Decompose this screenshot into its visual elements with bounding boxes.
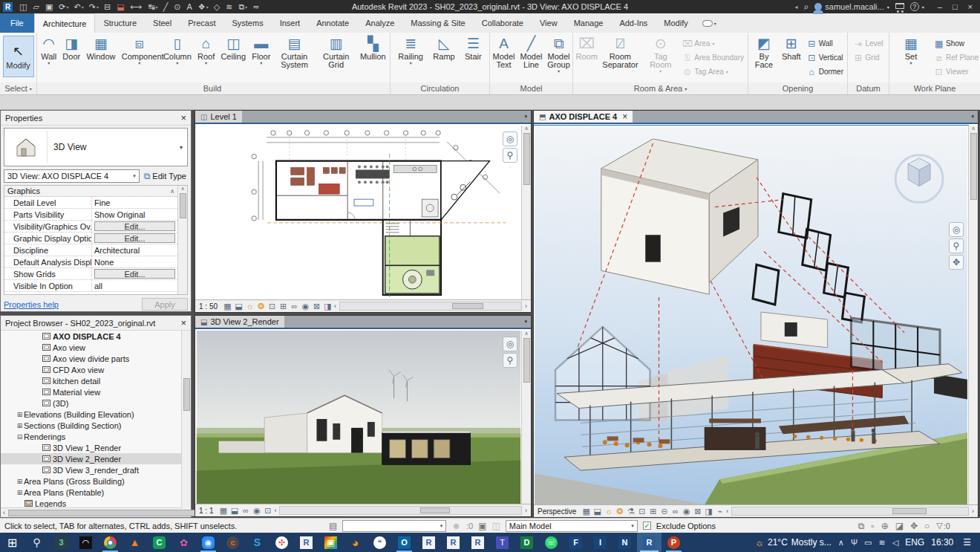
- firefox-icon[interactable]: ◕: [343, 533, 368, 552]
- zoom-icon[interactable]: ◉: [196, 533, 220, 552]
- render-vertical-scrollbar[interactable]: ∧: [521, 331, 531, 504]
- tree-item[interactable]: CFD Axo view: [1, 364, 181, 375]
- zoom-tool-icon[interactable]: ⚲: [503, 353, 517, 368]
- ribbon-tab[interactable]: View: [532, 13, 566, 33]
- apply-button[interactable]: Apply: [142, 298, 188, 311]
- ribbon-small-button[interactable]: ⌧ Area ▾: [681, 37, 748, 50]
- scroll-up-icon[interactable]: ∧: [524, 331, 528, 337]
- property-row[interactable]: Show Grids Edit...: [4, 268, 177, 280]
- scale-detail-icon[interactable]: ▦: [222, 302, 233, 311]
- tree-expander-icon[interactable]: ⊞: [16, 478, 24, 485]
- scroll-left-icon[interactable]: ‹: [726, 507, 728, 515]
- screen-recorder-icon[interactable]: ◠: [74, 533, 98, 552]
- ribbon-button[interactable]: ⌧ Room: [573, 34, 599, 75]
- powerpoint-icon[interactable]: P: [662, 533, 686, 552]
- ccleaner-icon[interactable]: c: [220, 533, 245, 552]
- skype-icon[interactable]: S: [245, 533, 270, 552]
- minimize-button[interactable]: –: [938, 2, 942, 11]
- sync-with-central-icon[interactable]: ⟳ ▾: [56, 1, 71, 13]
- drag-on-selection-icon[interactable]: ✥: [910, 521, 918, 531]
- wifi-icon[interactable]: ≋: [879, 538, 886, 548]
- close-properties-icon[interactable]: ×: [180, 112, 186, 123]
- tree-item[interactable]: kitchen detail: [1, 375, 181, 386]
- search-help-icon[interactable]: ⌕: [804, 1, 809, 12]
- view-tab-menu-icon[interactable]: ▾: [520, 111, 531, 123]
- ribbon-button[interactable]: ⊞ Shaft: [780, 34, 803, 75]
- temporary-hide-icon[interactable]: ◉: [251, 506, 262, 516]
- tree-item[interactable]: ⊟ Renderings: [1, 431, 181, 442]
- properties-header[interactable]: Properties ×: [1, 111, 191, 126]
- ribbon-button[interactable]: ◫ Ceiling: [218, 34, 248, 67]
- ribbon-tab[interactable]: Architecture: [34, 13, 96, 33]
- ribbon-small-button[interactable]: ▦ Show: [932, 37, 980, 50]
- tree-expander-icon[interactable]: ⊞: [16, 422, 24, 429]
- file-properties-icon[interactable]: ◫: [17, 1, 30, 13]
- ribbon-tab[interactable]: Insert: [272, 13, 309, 33]
- properties-scrollbar[interactable]: ∧: [177, 186, 187, 294]
- outlook-icon[interactable]: O: [392, 533, 416, 552]
- ribbon-small-button[interactable]: ⧄ Ref Plane: [932, 51, 980, 64]
- save-icon[interactable]: ▣: [43, 1, 56, 13]
- ribbon-button[interactable]: ▬ Floor ▾: [249, 34, 272, 67]
- scrollbar-thumb[interactable]: [523, 338, 530, 383]
- thin-lines-icon[interactable]: ≋: [223, 1, 235, 13]
- level1-horizontal-scrollbar[interactable]: [339, 302, 522, 311]
- ribbon-small-button[interactable]: ⊡ Viewer: [932, 65, 980, 78]
- visual-style-icon[interactable]: ⬓: [229, 506, 240, 516]
- background-processes-icon[interactable]: ○: [924, 521, 930, 531]
- ribbon-tab[interactable]: Manage: [566, 13, 612, 33]
- tree-item[interactable]: (3D): [1, 397, 181, 409]
- photos-icon[interactable]: ▣: [318, 533, 343, 552]
- editable-only-icon[interactable]: ☻: [451, 521, 461, 531]
- 3ds-max-icon[interactable]: 3: [49, 533, 74, 552]
- tree-item[interactable]: AXO DISPLACE 4: [1, 331, 181, 342]
- browser-vertical-scrollbar[interactable]: [181, 331, 191, 507]
- revit-active-icon[interactable]: R: [637, 533, 662, 552]
- scroll-up-icon[interactable]: ∧: [524, 126, 528, 131]
- revit-2-icon[interactable]: R: [416, 533, 441, 552]
- exclude-options-checkbox[interactable]: ✓: [643, 522, 651, 530]
- crop-view-icon[interactable]: ⊡: [262, 506, 273, 516]
- constraints-icon[interactable]: ◨: [322, 302, 333, 311]
- detail-line-icon[interactable]: ╱: [161, 1, 172, 13]
- show-rendering-dialog-icon[interactable]: ⚗: [625, 507, 636, 516]
- axo-vertical-scrollbar[interactable]: ∧: [968, 126, 978, 504]
- tree-item[interactable]: 3D View 3_render_draft: [1, 464, 181, 475]
- close-view-icon[interactable]: ×: [622, 111, 627, 122]
- tree-item[interactable]: ⊞ Area Plans (Rentable): [1, 487, 181, 498]
- ribbon-tab[interactable]: Modify: [656, 13, 696, 33]
- tree-item[interactable]: ⊞ Sections (Building Section): [1, 420, 181, 431]
- revit-4-icon[interactable]: R: [466, 533, 490, 552]
- steering-wheel-icon[interactable]: ◎: [503, 131, 517, 146]
- modify-button[interactable]: ↖ Modify: [3, 36, 34, 77]
- scroll-left-icon[interactable]: ‹: [274, 507, 276, 514]
- chat-app-icon[interactable]: ❝: [368, 533, 392, 552]
- property-row[interactable]: Graphic Display Optio... Edit...: [4, 233, 177, 244]
- select-underlay-icon[interactable]: ▫: [871, 521, 874, 531]
- active-workset-combobox[interactable]: ▾: [342, 520, 446, 532]
- vlc-icon[interactable]: ▲: [122, 533, 147, 552]
- tree-expander-icon[interactable]: ⊞: [16, 411, 24, 418]
- select-pinned-icon[interactable]: ⊕: [881, 521, 889, 531]
- d-app-icon[interactable]: D: [514, 533, 539, 552]
- ribbon-small-button[interactable]: ⊡ Vertical: [806, 51, 847, 64]
- collapse-section-icon[interactable]: ∧: [170, 188, 174, 195]
- scroll-left-icon[interactable]: ‹: [3, 509, 5, 516]
- ribbon-button[interactable]: ▦ Window: [84, 34, 117, 67]
- shadows-icon[interactable]: ❂: [614, 507, 625, 516]
- analytical-model-icon[interactable]: ⊠: [692, 507, 703, 516]
- notification-center-icon[interactable]: ☰: [960, 537, 974, 548]
- ribbon-button[interactable]: ◨ Door: [60, 34, 82, 67]
- ribbon-button[interactable]: ⍁ Room Separator: [600, 34, 640, 75]
- ribbon-button[interactable]: ⧉ Model Group ▾: [545, 34, 572, 75]
- view-tab-menu-icon[interactable]: ▾: [520, 316, 531, 328]
- close-button[interactable]: ×: [968, 2, 973, 11]
- shadows-icon[interactable]: ❂: [255, 302, 267, 311]
- scrollbar-thumb[interactable]: [180, 193, 186, 218]
- browser-horizontal-scrollbar[interactable]: ‹ ›: [1, 507, 181, 517]
- ribbon-button[interactable]: ▯ Column ▾: [161, 34, 194, 67]
- ribbon-button[interactable]: ≣ Railing ▾: [396, 34, 425, 67]
- i-app-icon[interactable]: I: [588, 533, 612, 552]
- ribbon-button[interactable]: ⌂ Roof ▾: [195, 34, 217, 67]
- reveal-hidden-icon[interactable]: ∞: [670, 507, 681, 516]
